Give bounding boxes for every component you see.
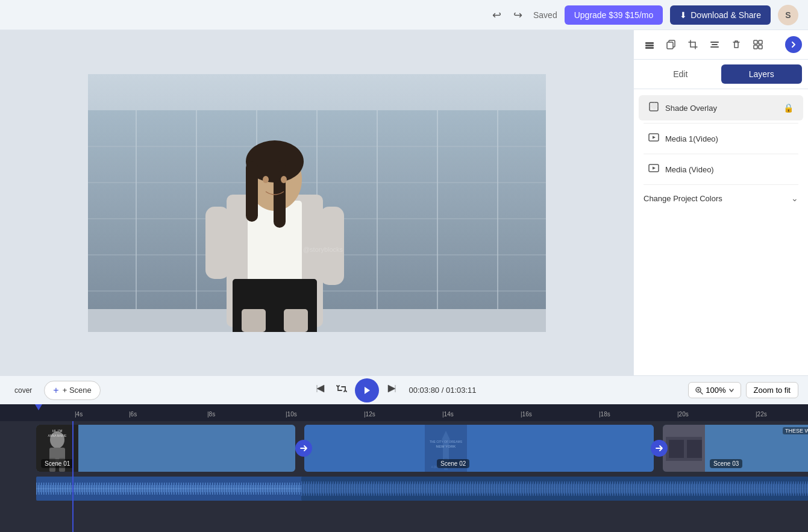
svg-rect-36 — [667, 42, 673, 49]
copy-icon — [666, 40, 676, 49]
shade-overlay-icon — [648, 101, 659, 114]
chevron-down-icon — [728, 387, 734, 393]
media1-label: Media 1(Video) — [665, 134, 794, 143]
timeline-ruler: // Generate ruler ticks inline - will be… — [0, 404, 808, 421]
layer-item-media1[interactable]: Media 1(Video) — [639, 126, 803, 151]
upgrade-button[interactable]: Upgrade $39 $15/mo — [565, 5, 663, 25]
transition-1[interactable] — [295, 440, 312, 457]
playhead-line — [72, 421, 74, 532]
play-button[interactable] — [355, 378, 379, 402]
video-preview: Office — [88, 74, 546, 332]
scene-02-strip[interactable]: A DREAMER LIVING IN THE CITY OF DREAMS N… — [304, 425, 654, 472]
download-share-button[interactable]: ⬇ Download & Share — [670, 5, 771, 25]
tab-layers[interactable]: Layers — [721, 64, 803, 84]
align-icon — [710, 40, 719, 49]
tool-grid-btn[interactable] — [748, 35, 768, 54]
scene-01-label: Scene 01 — [41, 459, 74, 468]
top-bar: ↩ ↪ Saved Upgrade $39 $15/mo ⬇ Download … — [0, 0, 808, 30]
svg-rect-26 — [205, 207, 230, 279]
panel-more-button[interactable] — [785, 36, 802, 53]
current-time: 00:03:80 — [409, 386, 440, 395]
loop-button[interactable] — [333, 380, 350, 400]
svg-rect-29 — [242, 309, 266, 332]
zoom-level: 100% — [706, 386, 725, 395]
audio-track-content — [36, 477, 808, 501]
tool-delete-btn[interactable] — [727, 35, 746, 54]
tool-layers-btn[interactable] — [640, 35, 659, 54]
change-project-colors[interactable]: Change Project Colors ⌄ — [634, 187, 808, 209]
playhead-marker — [35, 404, 42, 410]
panel-toolbar — [634, 30, 808, 60]
scene-03-label: Scene 03 — [710, 459, 742, 468]
svg-rect-22 — [246, 161, 258, 222]
scene-03-thumb — [663, 425, 705, 472]
svg-rect-38 — [712, 44, 718, 45]
loop-icon — [336, 383, 348, 395]
layer-divider-1 — [644, 123, 798, 124]
video-frame: Office — [88, 74, 546, 332]
svg-rect-43 — [759, 45, 762, 49]
undo-button[interactable]: ↩ — [489, 6, 505, 24]
timeline-controls-bar: cover + + Scene — [0, 375, 808, 404]
cover-label: cover — [10, 386, 37, 395]
crop-icon — [688, 40, 698, 49]
svg-text:@storyblocks: @storyblocks — [302, 246, 343, 253]
total-time: 01:03:11 — [446, 386, 477, 395]
shade-overlay-label: Shade Overlay — [665, 104, 777, 113]
timeline-area: cover + + Scene — [0, 375, 808, 532]
main-area: Office — [0, 30, 808, 375]
audio-track-row — [0, 475, 808, 502]
svg-rect-67 — [669, 440, 684, 458]
saved-status: Saved — [533, 10, 557, 20]
svg-rect-68 — [687, 440, 702, 458]
media-icon — [648, 163, 659, 176]
svg-rect-37 — [710, 42, 719, 43]
transition-2[interactable] — [651, 440, 668, 457]
tab-edit[interactable]: Edit — [640, 64, 721, 84]
scene-track: HI, I'M ANNA MARIE Scene 01 — [0, 421, 808, 475]
media1-icon — [648, 132, 659, 145]
track-rows: HI, I'M ANNA MARIE Scene 01 — [0, 421, 808, 532]
lock-icon: 🔒 — [783, 103, 794, 113]
zoom-icon — [695, 386, 703, 395]
layer-item-media[interactable]: Media (Video) — [639, 157, 803, 182]
layers-icon — [644, 39, 655, 50]
right-panel: Edit Layers Shade Overlay 🔒 — [633, 30, 808, 375]
undo-redo-group: ↩ ↪ — [489, 6, 526, 24]
tool-align-btn[interactable] — [705, 35, 724, 54]
playback-controls: 00:03:80 / 01:03:11 — [313, 378, 477, 402]
svg-line-48 — [700, 392, 703, 394]
media-label: Media (Video) — [665, 165, 794, 174]
cpc-label: Change Project Colors — [644, 194, 785, 203]
scene-03-strip[interactable]: THESE WERE MADE POSSIBLE BY AMAZING PLAC… — [663, 425, 808, 472]
time-display: 00:03:80 / 01:03:11 — [409, 386, 477, 395]
scene-03-text: THESE WERE MADE POSSIBLE — [783, 427, 808, 434]
svg-rect-32 — [645, 42, 654, 44]
svg-rect-75 — [301, 477, 808, 501]
skip-forward-icon — [386, 383, 397, 394]
layer-item-shade-overlay[interactable]: Shade Overlay 🔒 — [639, 95, 803, 120]
panel-tabs: Edit Layers — [634, 60, 808, 89]
svg-text:HI, I'M: HI, I'M — [52, 429, 62, 433]
add-scene-button[interactable]: + + Scene — [44, 381, 100, 400]
timeline-right-controls: 100% Zoom to fit — [688, 382, 798, 398]
play-icon — [362, 386, 372, 395]
svg-text:ANNA MARIE: ANNA MARIE — [48, 434, 67, 437]
user-avatar[interactable]: S — [778, 5, 798, 25]
scene-01-strip[interactable]: HI, I'M ANNA MARIE Scene 01 — [36, 425, 295, 472]
svg-rect-39 — [710, 46, 719, 48]
tool-copy-btn[interactable] — [662, 35, 681, 54]
track-label-area — [0, 421, 36, 475]
zoom-dropdown[interactable]: 100% — [688, 382, 741, 398]
trash-icon — [731, 40, 741, 49]
cpc-chevron-icon: ⌄ — [791, 193, 798, 203]
layers-panel: Shade Overlay 🔒 Media 1(Video) — [634, 89, 808, 375]
redo-button[interactable]: ↪ — [510, 6, 526, 24]
audio-segment-2 — [301, 477, 808, 501]
tool-crop-btn[interactable] — [683, 35, 703, 54]
skip-back-button[interactable] — [313, 381, 328, 399]
transition-icon — [299, 444, 308, 452]
zoom-fit-button[interactable]: Zoom to fit — [746, 382, 798, 398]
skip-forward-button[interactable] — [384, 381, 399, 399]
timeline-scroll-area: // Generate ruler ticks inline - will be… — [0, 404, 808, 532]
